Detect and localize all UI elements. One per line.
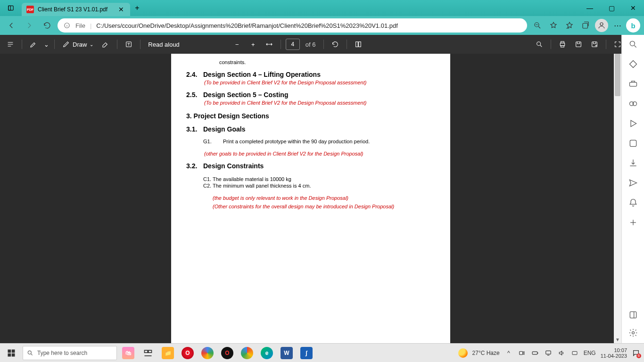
file-explorer-icon[interactable]: 📁 <box>159 345 176 362</box>
svg-rect-27 <box>12 353 15 356</box>
action-center-icon[interactable] <box>632 349 640 357</box>
tray-volume-icon[interactable] <box>557 349 566 357</box>
site-info-icon[interactable] <box>63 22 71 29</box>
svg-marker-20 <box>631 120 636 126</box>
page-view-icon[interactable] <box>352 38 365 51</box>
scroll-down-arrow[interactable]: ▼ <box>614 336 621 343</box>
svg-rect-24 <box>8 349 11 353</box>
games-sidebar-icon[interactable] <box>627 98 639 109</box>
send-sidebar-icon[interactable] <box>627 177 639 189</box>
opera-gx-icon[interactable]: O <box>219 345 236 362</box>
save-icon[interactable] <box>572 38 585 51</box>
weather-icon[interactable] <box>458 348 468 358</box>
taskbar-search[interactable]: Type here to search <box>23 346 117 360</box>
tray-keyboard-icon[interactable] <box>570 349 579 357</box>
svg-rect-31 <box>519 351 522 354</box>
new-tab-button[interactable]: + <box>130 1 144 15</box>
widget-icon[interactable]: 🛍 <box>120 345 137 362</box>
window-titlebar: PDF Client Brief S1 23 V1.01.pdf ✕ + — ▢… <box>0 0 644 16</box>
bing-button[interactable]: b <box>626 18 640 33</box>
find-icon[interactable] <box>533 38 546 51</box>
svg-rect-30 <box>149 350 152 353</box>
collections-icon[interactable] <box>578 18 593 33</box>
start-button[interactable] <box>0 344 23 362</box>
page-number-input[interactable] <box>286 39 300 50</box>
collapse-sidebar-icon[interactable] <box>627 309 639 321</box>
zoom-out-icon[interactable] <box>530 18 545 33</box>
svg-point-23 <box>632 332 634 334</box>
read-aloud-label: Read aloud <box>148 41 180 48</box>
highlight-dropdown[interactable]: ⌄ <box>43 38 50 51</box>
search-sidebar-icon[interactable] <box>627 39 639 50</box>
task-view-icon[interactable] <box>140 345 157 362</box>
add-sidebar-icon[interactable] <box>627 217 639 228</box>
chrome-icon[interactable] <box>239 345 256 362</box>
maximize-button[interactable]: ▢ <box>601 0 622 16</box>
favorites-list-icon[interactable] <box>562 18 577 33</box>
minimize-button[interactable]: — <box>579 0 601 16</box>
chrome-canary-icon[interactable] <box>199 345 216 362</box>
tray-clock[interactable]: 10:07 11-04-2023 <box>601 347 627 359</box>
svg-point-9 <box>537 42 541 46</box>
settings-sidebar-icon[interactable] <box>627 327 639 338</box>
pdf-viewport[interactable]: constraints. 2.4.Design Section 4 – Lift… <box>0 54 621 343</box>
pdf-toolbar: ⌄ Draw ⌄ Read aloud − + of 6 <box>0 35 644 54</box>
url-text: C:/Users/ccour/OneDrive/Desktop/Assignme… <box>96 22 397 29</box>
section-3-1-title: Design Goals <box>203 125 245 133</box>
refresh-button[interactable] <box>40 18 55 33</box>
pdf-page: constraints. 2.4.Design Section 4 – Lift… <box>171 54 450 343</box>
tools-sidebar-icon[interactable] <box>627 78 639 90</box>
edge-icon[interactable]: e <box>258 345 275 362</box>
erase-tool-icon[interactable] <box>99 38 112 51</box>
svg-rect-7 <box>355 42 358 47</box>
weather-text[interactable]: 27°C Haze <box>472 350 500 356</box>
browser-tab[interactable]: PDF Client Brief S1 23 V1.01.pdf ✕ <box>22 3 130 16</box>
tag-sidebar-icon[interactable] <box>627 58 639 70</box>
svg-rect-29 <box>145 350 148 353</box>
tray-chevron-icon[interactable]: ^ <box>504 349 513 357</box>
save-as-icon[interactable] <box>588 38 601 51</box>
video-sidebar-icon[interactable] <box>627 118 639 129</box>
text-tool-icon[interactable] <box>122 38 135 51</box>
vertical-scrollbar[interactable]: ▲ ▼ <box>614 54 621 343</box>
favorite-star-icon[interactable] <box>546 18 561 33</box>
word-icon[interactable]: W <box>278 345 295 362</box>
tray-meet-icon[interactable] <box>518 349 526 357</box>
fit-width-icon[interactable] <box>263 38 276 51</box>
office-sidebar-icon[interactable] <box>627 138 639 149</box>
svg-rect-26 <box>8 353 11 356</box>
contents-toggle-icon[interactable] <box>4 38 17 51</box>
back-button[interactable] <box>4 18 19 33</box>
read-aloud-button[interactable]: Read aloud <box>145 38 182 51</box>
integral-app-icon[interactable]: ∫ <box>298 345 315 362</box>
section-2-4-note: (To be provided in Client Brief V2 for t… <box>186 80 435 85</box>
page-total-label: of 6 <box>303 41 319 48</box>
svg-point-16 <box>630 41 635 46</box>
profile-button[interactable] <box>594 18 609 33</box>
close-window-button[interactable]: ✕ <box>622 0 644 16</box>
svg-rect-17 <box>629 82 636 86</box>
opera-icon[interactable]: O <box>179 345 196 362</box>
close-tab-button[interactable]: ✕ <box>117 5 125 14</box>
address-bar[interactable]: File | C:/Users/ccour/OneDrive/Desktop/A… <box>58 18 527 33</box>
scroll-thumb[interactable] <box>615 54 620 96</box>
highlight-tool-icon[interactable] <box>27 38 40 51</box>
forward-button[interactable] <box>22 18 37 33</box>
tray-battery-icon[interactable] <box>531 349 539 357</box>
svg-rect-25 <box>12 349 15 353</box>
svg-point-5 <box>600 23 603 25</box>
zoom-in-button[interactable]: + <box>247 38 260 51</box>
svg-rect-21 <box>630 140 636 146</box>
print-icon[interactable] <box>556 38 569 51</box>
drop-sidebar-icon[interactable] <box>627 157 639 169</box>
rotate-icon[interactable] <box>329 38 342 51</box>
more-menu-button[interactable]: ⋯ <box>610 18 625 33</box>
tab-actions-icon[interactable] <box>0 0 22 16</box>
zoom-out-button[interactable]: − <box>231 38 244 51</box>
draw-tool[interactable]: Draw ⌄ <box>59 38 96 51</box>
tray-language[interactable]: ENG <box>584 350 596 356</box>
notify-sidebar-icon[interactable] <box>627 197 639 208</box>
tray-wifi-icon[interactable] <box>544 349 553 357</box>
budget-note: (the budget is only relevant to work in … <box>186 195 435 201</box>
constraint-c1: C1. The available material is 10000 kg <box>186 176 435 182</box>
